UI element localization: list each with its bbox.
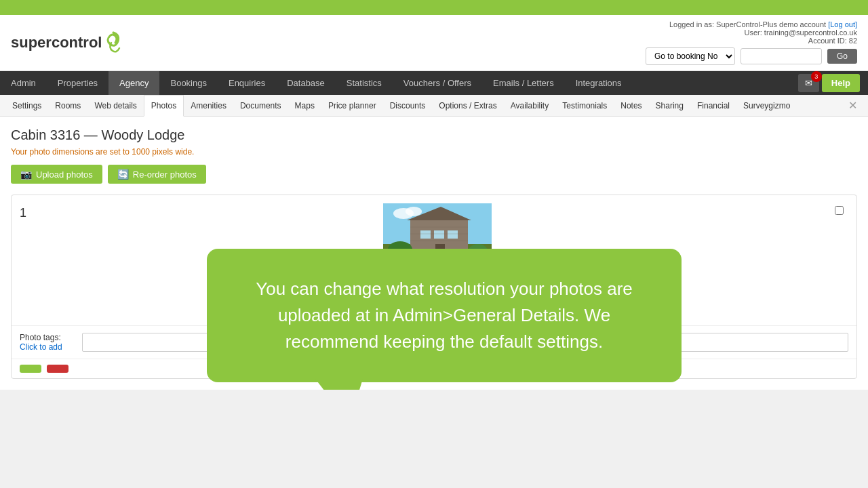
logged-in-text: Logged in as: SuperControl-Plus demo acc… (669, 20, 826, 28)
tags-label: Photo tags: Click to add (20, 333, 74, 352)
message-badge: 3 (811, 71, 822, 82)
nav-emails[interactable]: Emails / Letters (482, 71, 565, 95)
svg-rect-7 (434, 230, 444, 239)
page-content: Cabin 3316 — Woody Lodge Your photo dime… (0, 117, 868, 390)
subnav-surveygizmo[interactable]: Surveygizmo (736, 96, 797, 116)
upload-icon: 📷 (20, 169, 32, 180)
help-button[interactable]: Help (822, 74, 860, 92)
photo-select-checkbox-wrap (835, 203, 848, 217)
subnav-rooms[interactable]: Rooms (48, 96, 87, 116)
user-email: User: training@supercontrol.co.uk (646, 28, 857, 37)
goto-select[interactable]: Go to booking No (646, 47, 735, 65)
nav-right: ✉ 3 Help (798, 74, 868, 92)
main-nav: Admin Properties Agency Bookings Enquiri… (0, 71, 868, 95)
reorder-photos-button[interactable]: 🔄 Re-order photos (108, 165, 206, 184)
action-buttons: 📷 Upload photos 🔄 Re-order photos (11, 165, 857, 184)
subnav-sharing[interactable]: Sharing (649, 96, 690, 116)
messages-icon[interactable]: ✉ 3 (798, 74, 819, 92)
nav-database[interactable]: Database (276, 71, 336, 95)
photo-tags-label: Photo tags: (20, 333, 74, 342)
nav-integrations[interactable]: Integrations (565, 71, 633, 95)
nav-vouchers[interactable]: Vouchers / Offers (393, 71, 482, 95)
user-info-text: Logged in as: SuperControl-Plus demo acc… (646, 20, 857, 28)
subnav-amenities[interactable]: Amenities (184, 96, 233, 116)
nav-enquiries[interactable]: Enquiries (218, 71, 276, 95)
subnav-availability[interactable]: Availability (504, 96, 555, 116)
tooltip-text: You can change what resolution your phot… (241, 276, 648, 355)
reorder-icon: 🔄 (117, 169, 129, 180)
svg-rect-8 (448, 230, 458, 239)
nav-agency[interactable]: Agency (108, 71, 159, 95)
nav-properties[interactable]: Properties (47, 71, 108, 95)
subnav-settings[interactable]: Settings (5, 96, 48, 116)
upload-photos-button[interactable]: 📷 Upload photos (11, 165, 102, 184)
subnav-documents[interactable]: Documents (233, 96, 288, 116)
photo-select-checkbox[interactable] (835, 206, 844, 215)
tooltip-arrow (315, 379, 363, 390)
header-right: Logged in as: SuperControl-Plus demo acc… (646, 20, 857, 65)
header-actions: Go to booking No Go (646, 47, 857, 65)
goto-input[interactable] (741, 48, 822, 64)
photo-number: 1 (20, 203, 40, 220)
logo-light: super (11, 34, 52, 51)
subnav-financial[interactable]: Financial (690, 96, 736, 116)
sub-nav: Settings Rooms Web details Photos Amenit… (0, 95, 868, 117)
photo-save-button[interactable] (20, 365, 41, 373)
logo-bold: control (52, 34, 102, 51)
subnav-discounts[interactable]: Discounts (383, 96, 433, 116)
svg-point-2 (406, 207, 422, 216)
upload-label: Upload photos (36, 169, 93, 180)
reorder-label: Re-order photos (133, 169, 197, 180)
click-to-add-label[interactable]: Click to add (20, 342, 74, 352)
header: supercontrol Logged in as: SuperControl-… (0, 15, 868, 71)
logout-label: Log out (830, 20, 855, 28)
photo-info: Your photo dimensions are set to 1000 pi… (11, 147, 857, 157)
page-title: Cabin 3316 — Woody Lodge (11, 127, 857, 143)
subnav-price-planner[interactable]: Price planner (321, 96, 383, 116)
nav-statistics[interactable]: Statistics (336, 71, 393, 95)
logout-link[interactable]: [Log out] (828, 20, 857, 28)
nav-bookings[interactable]: Bookings (159, 71, 217, 95)
subnav-close[interactable]: ✕ (843, 96, 863, 115)
subnav-notes[interactable]: Notes (614, 96, 648, 116)
tooltip-bubble: You can change what resolution your phot… (207, 249, 682, 382)
logo: supercontrol (11, 29, 123, 56)
subnav-maps[interactable]: Maps (288, 96, 321, 116)
go-button[interactable]: Go (827, 49, 857, 64)
nav-admin[interactable]: Admin (0, 71, 47, 95)
subnav-options-extras[interactable]: Options / Extras (432, 96, 503, 116)
top-bar (0, 0, 868, 15)
subnav-photos[interactable]: Photos (144, 95, 184, 117)
subnav-web-details[interactable]: Web details (87, 96, 143, 116)
logo-text: supercontrol (11, 34, 102, 52)
svg-rect-6 (420, 230, 431, 239)
subnav-testimonials[interactable]: Testimonials (555, 96, 614, 116)
logo-icon (103, 29, 123, 56)
photo-delete-button[interactable] (47, 365, 68, 373)
account-id: Account ID: 82 (646, 37, 857, 45)
